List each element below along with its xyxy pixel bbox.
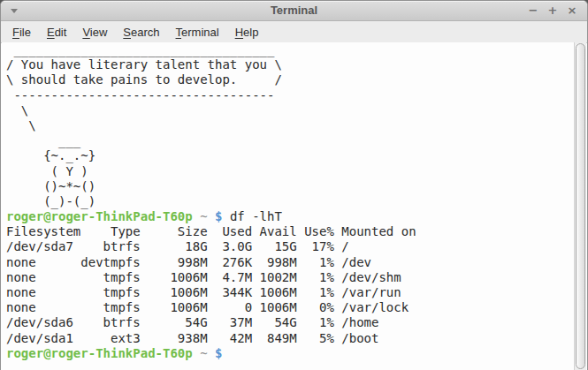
minimize-button[interactable]: − [523, 2, 543, 19]
fortune-bubble-line: \ should take pains to develop. / [6, 72, 574, 87]
cow-art-line: \ [6, 118, 574, 133]
fortune-bubble-line: ----------------------------------- [6, 88, 574, 103]
terminal-screen[interactable]: ___________________________________ / Yo… [2, 42, 586, 370]
prompt-user-host: roger@roger-ThinkPad-T60p [6, 209, 193, 223]
df-output-line: /dev/sda6 btrfs 54G 37M 54G 1% /home [6, 315, 574, 330]
menu-item-file[interactable]: File [4, 22, 39, 42]
scrollbar[interactable] [574, 42, 586, 370]
fortune-bubble-line: / You have literary talent that you \ [6, 57, 574, 72]
menu-item-edit[interactable]: Edit [39, 22, 74, 42]
maximize-button[interactable]: + [543, 2, 562, 19]
cow-art-line: ( Y ) [6, 164, 574, 179]
menubar: FileEditViewSearchTerminalHelp [1, 21, 587, 43]
prompt-line: roger@roger-ThinkPad-T60p ~ $ df -lhT [6, 209, 574, 224]
prompt-path: ~ [200, 209, 207, 223]
close-button[interactable]: × [562, 2, 582, 19]
cow-art-line: {~._.~} [6, 148, 574, 163]
titlebar: Terminal − + × [1, 1, 587, 21]
menu-item-view[interactable]: View [74, 22, 115, 42]
menu-item-terminal[interactable]: Terminal [168, 22, 227, 42]
cow-art-line: (_)-(_) [6, 194, 574, 209]
window-controls: − + × [523, 1, 582, 20]
df-output-line: none devtmpfs 998M 276K 998M 1% /dev [6, 255, 574, 270]
window-menu-button[interactable] [6, 4, 22, 18]
df-output-line: /dev/sda1 ext3 938M 42M 849M 5% /boot [6, 331, 574, 346]
df-output-line: none tmpfs 1006M 344K 1006M 1% /var/run [6, 285, 574, 300]
cow-art-line: \ [6, 103, 574, 118]
prompt-symbol: $ [215, 346, 222, 360]
chevron-down-icon [11, 9, 18, 13]
df-output-line: none tmpfs 1006M 4.7M 1002M 1% /dev/shm [6, 270, 574, 285]
command-text: df -lhT [230, 209, 282, 223]
scrollbar-thumb[interactable] [576, 43, 585, 369]
terminal-output: ___________________________________ / Yo… [2, 42, 574, 370]
prompt-symbol: $ [215, 209, 222, 223]
prompt-path: ~ [200, 346, 207, 360]
df-header-line: Filesystem Type Size Used Avail Use% Mou… [6, 224, 574, 239]
menu-item-search[interactable]: Search [115, 22, 167, 42]
menu-item-help[interactable]: Help [227, 22, 267, 42]
prompt-line: roger@roger-ThinkPad-T60p ~ $ [6, 346, 574, 361]
cow-art-line: ()~*~() [6, 179, 574, 194]
window-title: Terminal [1, 1, 587, 20]
df-output-line: /dev/sda7 btrfs 18G 3.0G 15G 17% / [6, 239, 574, 254]
df-output-line: none tmpfs 1006M 0 1006M 0% /var/lock [6, 300, 574, 315]
cow-art-line: ___ [6, 133, 574, 148]
prompt-user-host: roger@roger-ThinkPad-T60p [6, 346, 193, 360]
fortune-bubble-line: ___________________________________ [6, 42, 574, 57]
terminal-window: Terminal − + × FileEditViewSearchTermina… [0, 0, 588, 370]
